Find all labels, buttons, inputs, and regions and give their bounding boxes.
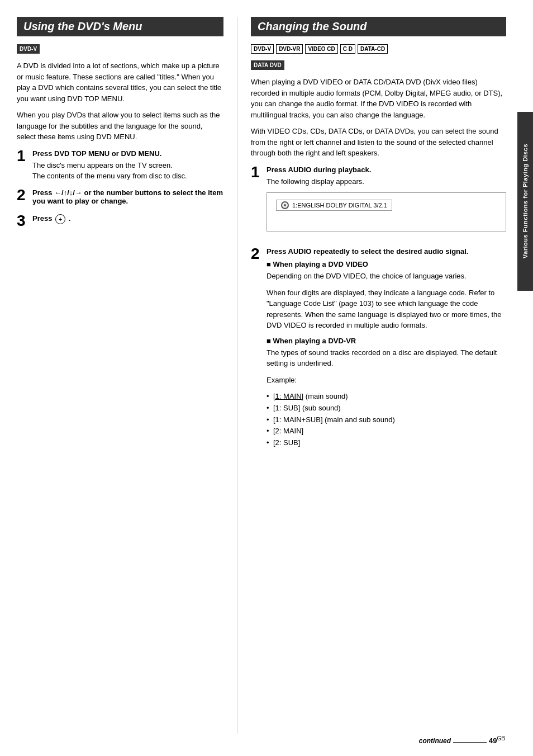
bullet-5-text: [2: SUB] [273, 438, 300, 447]
side-tab-label: Various Functions for Playing Discs [522, 144, 529, 258]
right-step-number-1: 1 [251, 164, 262, 241]
right-step-1-content: Press AUDIO during playback. The followi… [266, 164, 506, 241]
badge-video-cd: VIDEO CD [305, 44, 337, 54]
page-footer: continued 49GB [419, 735, 505, 745]
badge-dvd-v-left: DVD-V [17, 44, 40, 54]
left-step-3: 3 Press + . [17, 213, 223, 229]
step-1-body-2: The contents of the menu vary from disc … [32, 171, 223, 182]
dvd-vr-bullet-list: [1: MAIN] (main sound) [1: SUB] (sub sou… [266, 391, 506, 449]
left-section-title: Using the DVD's Menu [17, 17, 223, 36]
right-section-title: Changing the Sound [251, 17, 506, 36]
right-column: Changing the Sound DVD-V DVD-VR VIDEO CD… [251, 17, 506, 734]
bullet-3-text: [1: MAIN+SUB] [273, 415, 323, 424]
badge-data-cd: DATA-CD [358, 44, 388, 54]
left-step-2: 2 Press ←/↑/↓/→ or the number buttons to… [17, 187, 223, 207]
step-number-3: 3 [17, 213, 28, 229]
bullet-3-suffix: (main and sub sound) [323, 415, 395, 424]
step-1-content: Press DVD TOP MENU or DVD MENU. The disc… [32, 148, 223, 182]
bullet-1: [1: MAIN] (main sound) [266, 391, 506, 403]
left-intro-2: When you play DVDs that allow you to sel… [17, 110, 223, 143]
bullet-1-suffix: (main sound) [303, 392, 348, 400]
left-step-1: 1 Press DVD TOP MENU or DVD MENU. The di… [17, 148, 223, 182]
bullet-2-suffix: (sub sound) [300, 404, 340, 412]
display-content: 1:ENGLISH DOLBY DIGITAL 3/2.1 [276, 200, 392, 211]
subsection-dvd-vr-body: The types of sound tracks recorded on a … [266, 347, 506, 369]
enter-button-icon: + [55, 214, 65, 224]
right-step-1-title: Press AUDIO during playback. [266, 166, 506, 174]
right-step-1-body: The following display appears. [266, 176, 506, 187]
bullet-4: [2: MAIN] [266, 426, 506, 437]
bullet-3: [1: MAIN+SUB] (main and sub sound) [266, 414, 506, 426]
side-tab: Various Functions for Playing Discs [517, 112, 533, 291]
bullet-2-text: [1: SUB] [273, 404, 300, 412]
step-1-body-1: The disc's menu appears on the TV screen… [32, 160, 223, 171]
right-step-number-2: 2 [251, 246, 262, 452]
disc-icon [281, 201, 289, 209]
bullet-2: [1: SUB] (sub sound) [266, 403, 506, 414]
step-2-title: Press ←/↑/↓/→ or the number buttons to s… [32, 188, 223, 205]
right-step-1: 1 Press AUDIO during playback. The follo… [251, 164, 506, 241]
display-text: 1:ENGLISH DOLBY DIGITAL 3/2.1 [292, 202, 387, 209]
step-3-suffix: . [69, 214, 71, 223]
display-box: 1:ENGLISH DOLBY DIGITAL 3/2.1 [266, 192, 506, 231]
step-number-2: 2 [17, 187, 28, 207]
step-3-prefix: Press [32, 214, 52, 223]
left-badges: DVD-V [17, 44, 223, 54]
left-intro-1: A DVD is divided into a lot of sections,… [17, 60, 223, 104]
right-step-2-title: Press AUDIO repeatedly to select the des… [266, 247, 506, 256]
bullet-4-text: [2: MAIN] [273, 427, 303, 435]
column-divider [237, 17, 237, 734]
badge-dvd-vr: DVD-VR [276, 44, 303, 54]
bullet-1-text: [1: MAIN] [273, 392, 303, 400]
step-1-title: Press DVD TOP MENU or DVD MENU. [32, 149, 223, 158]
badge-cd: C D [340, 44, 355, 54]
subsection-dvd-video-body1: Depending on the DVD VIDEO, the choice o… [266, 271, 506, 282]
example-label: Example: [266, 375, 506, 386]
left-column: Using the DVD's Menu DVD-V A DVD is divi… [17, 17, 223, 734]
bullet-5: [2: SUB] [266, 437, 506, 449]
continued-line [453, 742, 487, 743]
right-step-2-content: Press AUDIO repeatedly to select the des… [266, 246, 506, 452]
right-intro-2: With VIDEO CDs, CDs, DATA CDs, or DATA D… [251, 126, 506, 159]
step-number-1: 1 [17, 148, 28, 182]
right-badges-2: DATA DVD [251, 60, 506, 70]
continued-text: continued [419, 737, 451, 745]
page-number: 49GB [489, 735, 505, 745]
badge-data-dvd: DATA DVD [251, 60, 284, 70]
step-3-content: Press + . [32, 213, 223, 229]
right-badges: DVD-V DVD-VR VIDEO CD C D DATA-CD [251, 44, 506, 54]
step-3-title: Press + . [32, 214, 223, 224]
subsection-dvd-vr-header: When playing a DVD-VR [266, 337, 506, 345]
subsection-dvd-video-header: When playing a DVD VIDEO [266, 260, 506, 268]
badge-dvd-v-right: DVD-V [251, 44, 274, 54]
right-intro-1: When playing a DVD VIDEO or DATA CD/DATA… [251, 77, 506, 120]
subsection-dvd-video-body2: When four digits are displayed, they ind… [266, 287, 506, 331]
right-step-2: 2 Press AUDIO repeatedly to select the d… [251, 246, 506, 452]
step-2-content: Press ←/↑/↓/→ or the number buttons to s… [32, 187, 223, 207]
